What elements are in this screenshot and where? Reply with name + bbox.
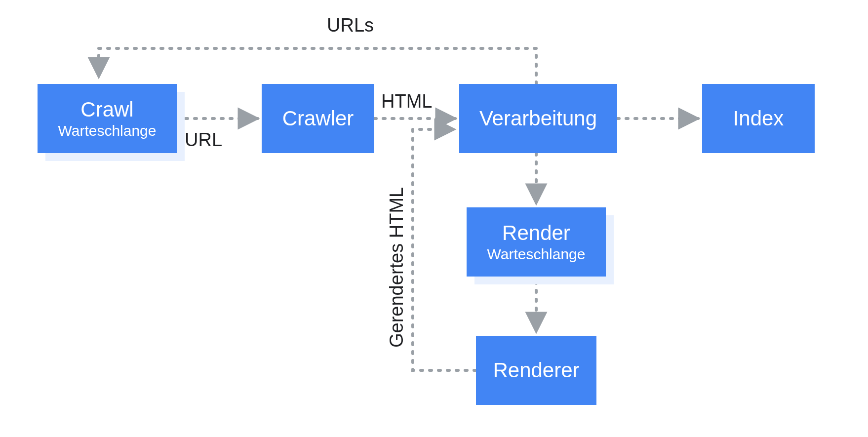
node-crawl-queue: Crawl Warteschlange <box>38 84 177 153</box>
node-renderer: Renderer <box>476 336 596 405</box>
edge-processing-to-crawlqueue-feedback <box>99 48 536 84</box>
edge-label-url: URL <box>185 129 222 151</box>
node-render-queue: Render Warteschlange <box>467 207 606 277</box>
node-crawl-queue-sub: Warteschlange <box>58 122 157 140</box>
node-render-queue-sub: Warteschlange <box>487 246 586 263</box>
node-index: Index <box>702 84 815 153</box>
node-crawler: Crawler <box>262 84 374 153</box>
node-processing-title: Verarbeitung <box>479 107 597 130</box>
node-crawl-queue-title: Crawl <box>80 98 133 121</box>
edge-label-rendered-html: Gerendertes HTML <box>386 187 407 348</box>
node-crawler-title: Crawler <box>282 107 354 130</box>
node-index-title: Index <box>733 107 784 130</box>
node-processing: Verarbeitung <box>459 84 617 153</box>
edge-label-urls: URLs <box>327 15 374 36</box>
node-render-queue-title: Render <box>502 221 570 245</box>
edge-label-html: HTML <box>381 91 432 112</box>
node-renderer-title: Renderer <box>493 358 579 382</box>
diagram-connectors <box>0 0 868 437</box>
